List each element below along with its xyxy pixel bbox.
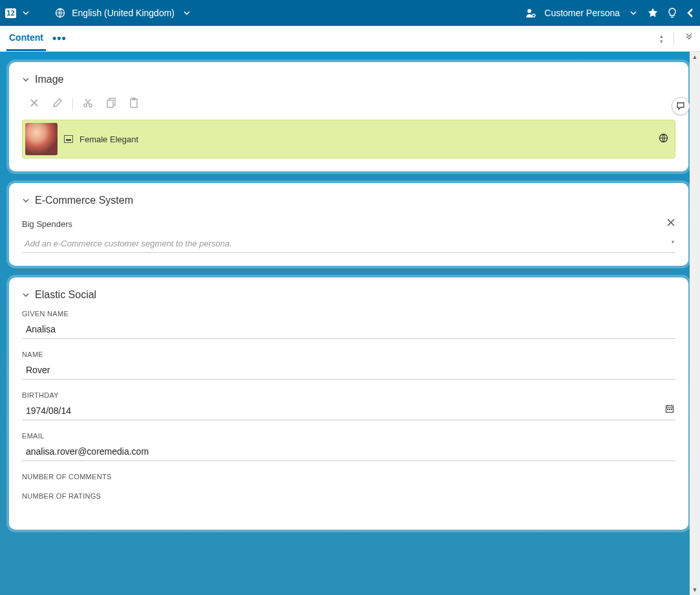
tab-more-icon[interactable]: ••• xyxy=(52,32,67,45)
label-num-ratings: NUMBER OF RATINGS xyxy=(22,492,675,500)
panel-elastic-social-header[interactable]: Elastic Social xyxy=(22,289,675,301)
scroll-down-icon[interactable]: ▼ xyxy=(690,585,700,595)
input-given-name[interactable] xyxy=(22,321,675,339)
chevron-down-icon xyxy=(22,196,30,205)
label-num-comments: NUMBER OF COMMENTS xyxy=(22,473,675,481)
chevron-down-icon xyxy=(22,75,30,84)
chevron-down-icon[interactable]: ▾ xyxy=(671,239,674,245)
input-name[interactable] xyxy=(22,362,675,380)
panel-elastic-social-title: Elastic Social xyxy=(35,289,96,301)
doc-type-badge: 12 xyxy=(5,8,16,18)
remove-icon[interactable] xyxy=(26,94,43,113)
field-num-comments: NUMBER OF COMMENTS xyxy=(22,473,675,481)
language-chevron-down-icon[interactable] xyxy=(181,11,193,15)
image-type-icon xyxy=(64,135,73,143)
collapse-all-chevron-icon[interactable] xyxy=(684,33,694,44)
label-name: NAME xyxy=(22,351,675,358)
chevron-down-icon xyxy=(22,290,30,299)
field-given-name: GIVEN NAME xyxy=(22,310,675,339)
header-bar: 12 English (United Kingdom) Customer Per… xyxy=(0,0,700,26)
scroll-up-icon[interactable]: ▲ xyxy=(690,52,700,62)
svg-rect-11 xyxy=(669,409,670,410)
edit-icon[interactable] xyxy=(49,94,66,113)
svg-rect-10 xyxy=(667,409,668,410)
globe-icon xyxy=(55,8,65,18)
segment-input[interactable]: Add an e-Commerce customer segment to th… xyxy=(22,236,675,253)
comment-bubble-icon[interactable] xyxy=(672,97,690,115)
language-label[interactable]: English (United Kingdom) xyxy=(69,8,177,18)
tab-strip: Content ••• ▴▾ xyxy=(0,26,700,52)
remove-segment-icon[interactable] xyxy=(666,218,675,230)
field-name: NAME xyxy=(22,351,675,380)
panel-elastic-social: Elastic Social GIVEN NAME NAME BIRTHDAY … xyxy=(9,277,688,530)
linked-image-item[interactable]: Female Elegant xyxy=(22,120,675,158)
panel-image-title: Image xyxy=(35,74,63,85)
svg-point-1 xyxy=(527,9,531,13)
locale-icon[interactable] xyxy=(659,133,668,145)
segment-row: Big Spenders xyxy=(22,215,675,230)
field-email: EMAIL xyxy=(22,432,675,461)
toolbar-separator xyxy=(72,98,73,111)
work-area: Image Female Elegant xyxy=(0,52,700,595)
segment-placeholder: Add an e-Commerce customer segment to th… xyxy=(25,239,232,248)
vertical-scrollbar[interactable]: ▲ ▼ xyxy=(690,52,700,595)
doc-chevron-down-icon[interactable] xyxy=(20,11,32,15)
collapse-chevron-icon[interactable] xyxy=(686,7,695,19)
panel-ecommerce-title: E-Commerce System xyxy=(35,195,133,206)
cut-icon[interactable] xyxy=(80,94,96,113)
persona-chevron-down-icon[interactable] xyxy=(628,11,639,15)
label-birthday: BIRTHDAY xyxy=(22,391,675,399)
segment-value: Big Spenders xyxy=(22,219,72,229)
linked-image-label: Female Elegant xyxy=(80,135,138,144)
scroll-updown-icon[interactable]: ▴▾ xyxy=(660,34,663,44)
tab-content[interactable]: Content xyxy=(6,26,46,51)
star-icon[interactable] xyxy=(647,7,659,19)
svg-rect-5 xyxy=(107,100,113,107)
svg-rect-12 xyxy=(671,409,672,410)
panel-ecommerce-header[interactable]: E-Commerce System xyxy=(22,195,675,206)
input-birthday[interactable] xyxy=(22,403,675,420)
panel-ecommerce: E-Commerce System Big Spenders Add an e-… xyxy=(9,183,688,266)
field-birthday: BIRTHDAY xyxy=(22,391,675,420)
calendar-icon[interactable] xyxy=(665,404,674,415)
link-toolbar xyxy=(22,94,675,113)
paste-icon[interactable] xyxy=(126,94,143,113)
persona-icon xyxy=(525,7,536,19)
lightbulb-icon[interactable] xyxy=(666,7,678,19)
copy-icon[interactable] xyxy=(103,94,120,113)
input-email[interactable] xyxy=(22,444,675,461)
label-given-name: GIVEN NAME xyxy=(22,310,675,318)
label-email: EMAIL xyxy=(22,432,675,440)
linked-image-thumbnail xyxy=(25,123,58,155)
panel-image-header[interactable]: Image xyxy=(22,74,675,85)
field-num-ratings: NUMBER OF RATINGS xyxy=(22,492,675,500)
panel-image: Image Female Elegant xyxy=(9,62,688,171)
persona-label[interactable]: Customer Persona xyxy=(544,8,620,18)
tab-separator xyxy=(673,32,674,46)
